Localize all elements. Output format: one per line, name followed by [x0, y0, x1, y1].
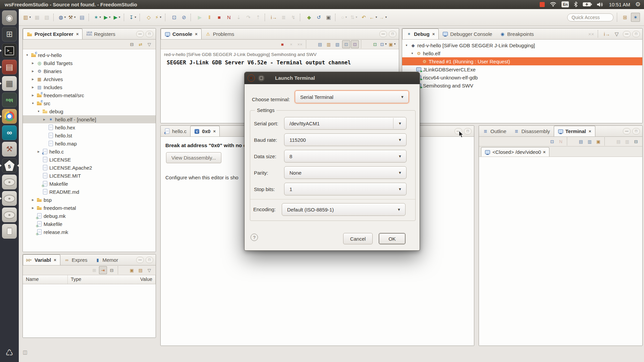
disk-1[interactable]	[2, 175, 17, 189]
profiling[interactable]: ◆ ▼	[305, 13, 314, 22]
keyboard-layout-indicator[interactable]: En	[561, 1, 569, 7]
terminate[interactable]: ■ ▼	[215, 13, 224, 22]
dialog-titlebar[interactable]: ✕ Launch Terminal	[245, 72, 420, 84]
disconnect-terminal[interactable]: N	[557, 137, 565, 145]
view-menu[interactable]: ▽	[612, 29, 621, 39]
tree-item[interactable]: bsp	[23, 196, 156, 204]
tree-item[interactable]: hello.map	[23, 139, 156, 147]
tree-item[interactable]: Makefile	[23, 180, 156, 188]
tree-item[interactable]: Makefile	[23, 220, 156, 228]
tree-item[interactable]: LICENSE.Apache2	[23, 164, 156, 172]
tab[interactable]: ≣ Disassembly ×	[510, 126, 554, 136]
expander-icon[interactable]	[31, 70, 35, 73]
tree-item[interactable]: Semihosting and SWV	[402, 81, 642, 89]
tree-item[interactable]: ⚙ hello.elf	[402, 49, 642, 57]
view-menu[interactable]: ▽	[145, 40, 153, 48]
maximize-button[interactable]: □	[389, 31, 396, 37]
freedomstudio[interactable]	[2, 158, 17, 173]
view-disassembly-button[interactable]: View Disassembly...	[166, 152, 221, 163]
disconnect[interactable]: N ▼	[224, 13, 233, 22]
close-icon[interactable]: ×	[543, 149, 546, 155]
file-cabinet[interactable]	[2, 60, 17, 74]
tab[interactable]: Project Explorer ×	[23, 28, 83, 39]
search[interactable]: ⚡ ▼	[154, 13, 163, 22]
serial-port-combo[interactable]: /dev/ttyACM1 ▼	[284, 117, 407, 130]
tree-item[interactable]: freedom-metal/src	[23, 91, 156, 99]
expander-icon[interactable]	[404, 44, 409, 47]
terminate[interactable]: ■ ▼	[278, 40, 286, 48]
debug-perspective[interactable]: ✶ ▼	[631, 13, 640, 22]
tab[interactable]: Variabl ×	[23, 254, 60, 265]
last-edit-location[interactable]: ↶ ▼	[359, 13, 368, 22]
dialog-close-button[interactable]: ✕	[248, 74, 255, 82]
build[interactable]: ⚒ ▼	[68, 13, 77, 22]
column-header[interactable]: Type	[68, 275, 137, 284]
terminal-content[interactable]	[479, 157, 642, 346]
terminal-app[interactable]	[2, 43, 17, 58]
tab[interactable]: ⚠ Problems ×	[202, 28, 238, 39]
minimize-button[interactable]: —	[136, 257, 144, 263]
word-wrap[interactable]: ▧ ▼	[333, 40, 341, 48]
remove-all-terminated[interactable]: ××	[587, 29, 596, 39]
save-all[interactable]: ▧ ▼	[42, 13, 51, 22]
maximize-button[interactable]: □	[632, 128, 640, 134]
tree-item[interactable]: debug.mk	[23, 212, 156, 220]
maximize-button[interactable]: □	[632, 31, 640, 37]
system-tools[interactable]	[2, 142, 17, 157]
encoding-combo[interactable]: Default (ISO-8859-1) ▼	[282, 203, 406, 216]
tree-item[interactable]: freedom-metal	[23, 204, 156, 212]
close-icon[interactable]: ×	[54, 257, 56, 262]
collapse-all[interactable]: ⊟	[128, 40, 136, 48]
clock[interactable]: 10:51 AM	[609, 2, 630, 7]
tree-item[interactable]: LICENSE.MIT	[23, 172, 156, 180]
workspace-switcher[interactable]	[2, 27, 17, 42]
tab[interactable]: ◉ Breakpoints ×	[496, 28, 537, 39]
terminal-settings[interactable]: ▣	[594, 137, 602, 145]
close-icon[interactable]: ×	[589, 129, 591, 134]
filters[interactable]: ⇅ ▼	[350, 13, 359, 22]
tree-item[interactable]: release.mk	[23, 228, 156, 236]
new-wizard[interactable]: ▥ ▼	[23, 13, 32, 22]
tree-item[interactable]: ⚙ Thread #1 (Running : User Request)	[402, 57, 642, 65]
data-size-combo[interactable]: 8 ▼	[284, 150, 407, 163]
drop-to-frame[interactable]: ↯ ▼	[289, 13, 298, 22]
editor-tab[interactable]: hello.c ×	[161, 126, 190, 136]
target-config[interactable]: ◍ ▼	[58, 13, 67, 22]
expander-icon[interactable]	[25, 54, 30, 57]
tree-item[interactable]: ▦ Archives	[23, 75, 156, 83]
external-tools[interactable]: ▶ ▼	[113, 13, 122, 22]
show-type-names[interactable]: ⊞	[90, 266, 98, 274]
tree-item[interactable]: ⚙ Binaries	[23, 67, 156, 75]
collapse-all[interactable]: ⊟	[108, 266, 116, 274]
wifi-icon[interactable]	[550, 2, 556, 7]
tree-item[interactable]: debug	[23, 107, 156, 115]
close-icon[interactable]: ×	[76, 32, 79, 37]
quick-access-input[interactable]	[567, 13, 613, 21]
disk-3[interactable]	[2, 207, 17, 222]
skip-all-breakpoints[interactable]: ⊘ ▼	[179, 13, 189, 22]
remove-launch[interactable]: × ▼	[287, 40, 295, 48]
expander-icon[interactable]	[31, 94, 35, 97]
tab[interactable]: Debugger Console ×	[439, 28, 496, 39]
step-return[interactable]: ⇡ ▼	[254, 13, 263, 22]
cancel-button[interactable]: Cancel	[343, 233, 373, 244]
resume[interactable]: ▶ ▼	[195, 13, 204, 22]
tree-item[interactable]: ▤ Includes	[23, 83, 156, 91]
tree-item[interactable]: README.md	[23, 188, 156, 196]
new-terminal-view[interactable]: ▤	[577, 137, 585, 145]
minimize-button[interactable]: —	[623, 31, 631, 37]
connect-terminal[interactable]: ⊡	[548, 137, 556, 145]
close-icon[interactable]: ×	[195, 32, 198, 37]
tree-item[interactable]: hello.c	[23, 147, 156, 156]
dialog-maximize-button[interactable]	[258, 74, 265, 82]
minimize-button[interactable]: —	[379, 31, 387, 37]
show-logical-structure[interactable]: ⇥	[99, 266, 107, 274]
tab[interactable]: ∞ Expres ×	[60, 254, 91, 265]
stop-bits-combo[interactable]: 1 ▼	[284, 183, 407, 195]
bluetooth-icon[interactable]	[574, 2, 578, 7]
expander-icon[interactable]	[31, 86, 35, 89]
expander-icon[interactable]	[36, 150, 41, 153]
toggle-command-input[interactable]: ⊟	[632, 137, 640, 145]
tree-item[interactable]: hello.lst	[23, 131, 156, 139]
chrome[interactable]	[2, 109, 17, 124]
